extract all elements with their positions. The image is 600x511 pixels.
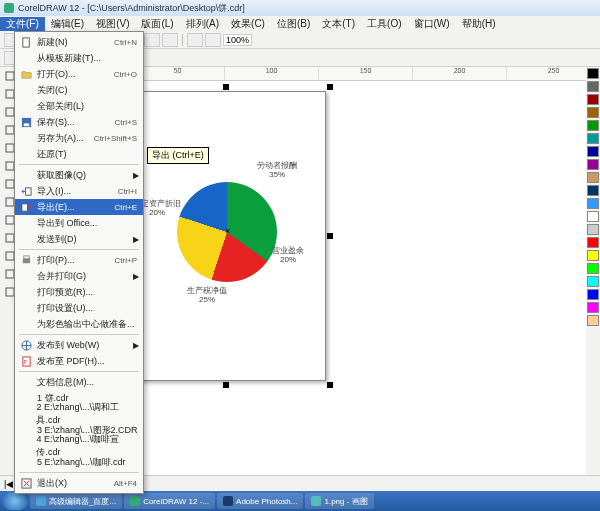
svg-rect-18	[22, 258, 29, 263]
selection-box[interactable]	[122, 87, 330, 385]
menu-item-label: 全部关闭(L)	[37, 100, 84, 113]
pdf-icon: P	[19, 355, 33, 367]
color-swatch[interactable]	[587, 198, 599, 209]
export-icon[interactable]	[205, 33, 221, 47]
menu-4[interactable]: 排列(A)	[180, 17, 225, 31]
color-swatch[interactable]	[587, 94, 599, 105]
color-swatch[interactable]	[587, 211, 599, 222]
color-swatch[interactable]	[587, 107, 599, 118]
app-icon	[4, 3, 14, 13]
color-swatch[interactable]	[587, 315, 599, 326]
menu-item[interactable]: 还原(T)	[15, 146, 143, 162]
tooltip: 导出 (Ctrl+E)	[147, 147, 209, 164]
paint-icon	[311, 496, 321, 506]
menu-item[interactable]: 发布到 Web(W)▶	[15, 337, 143, 353]
menu-item[interactable]: 4 E:\zhang\...\咖啡宣传.cdr	[15, 438, 143, 454]
exit-icon	[19, 477, 33, 489]
menu-item-label: 合并打印(G)	[37, 270, 86, 283]
menu-item[interactable]: 打印(P)...Ctrl+P	[15, 252, 143, 268]
menu-item[interactable]: 发送到(D)▶	[15, 231, 143, 247]
color-swatch[interactable]	[587, 146, 599, 157]
redo-icon[interactable]	[162, 33, 178, 47]
svg-rect-2	[6, 108, 14, 116]
menu-item-label: 关闭(C)	[37, 84, 68, 97]
color-swatch[interactable]	[587, 81, 599, 92]
menu-item[interactable]: 文档信息(M)...	[15, 374, 143, 390]
menu-item[interactable]: P发布至 PDF(H)...	[15, 353, 143, 369]
resize-handle[interactable]	[223, 84, 229, 90]
menu-0[interactable]: 文件(F)	[0, 17, 45, 31]
preview-icon	[19, 286, 33, 298]
taskbar-item[interactable]: 高级编辑器_百度...	[30, 493, 122, 509]
menu-item-label: 退出(X)	[37, 477, 67, 490]
menu-item-label: 打印(P)...	[37, 254, 75, 267]
menu-item[interactable]: 5 E:\zhang\...\咖啡.cdr	[15, 454, 143, 470]
zoom-combo[interactable]: 100%	[223, 34, 252, 46]
color-palette[interactable]	[586, 67, 600, 475]
menu-item[interactable]: 打印预览(R)...	[15, 284, 143, 300]
start-button[interactable]	[2, 492, 28, 510]
color-swatch[interactable]	[587, 159, 599, 170]
web-icon	[19, 339, 33, 351]
color-swatch[interactable]	[587, 289, 599, 300]
resize-handle[interactable]	[327, 233, 333, 239]
windows-taskbar[interactable]: 高级编辑器_百度... CorelDRAW 12 -... Adobe Phot…	[0, 491, 600, 511]
menu-item[interactable]: 导出到 Office...	[15, 215, 143, 231]
revert-icon	[19, 148, 33, 160]
svg-rect-17	[21, 203, 27, 210]
menu-2[interactable]: 视图(V)	[90, 17, 135, 31]
menu-9[interactable]: 窗口(W)	[408, 17, 456, 31]
color-swatch[interactable]	[587, 68, 599, 79]
color-swatch[interactable]	[587, 250, 599, 261]
menu-3[interactable]: 版面(L)	[135, 17, 179, 31]
submenu-arrow-icon: ▶	[133, 171, 139, 180]
color-swatch[interactable]	[587, 302, 599, 313]
blank-icon	[19, 440, 32, 452]
resize-handle[interactable]	[327, 382, 333, 388]
import-icon[interactable]	[187, 33, 203, 47]
menu-7[interactable]: 文本(T)	[316, 17, 361, 31]
menu-bar[interactable]: 文件(F)编辑(E)视图(V)版面(L)排列(A)效果(C)位图(B)文本(T)…	[0, 16, 600, 31]
color-swatch[interactable]	[587, 224, 599, 235]
resize-handle[interactable]	[223, 382, 229, 388]
menu-item[interactable]: 导入(I)...Ctrl+I	[15, 183, 143, 199]
color-swatch[interactable]	[587, 133, 599, 144]
color-swatch[interactable]	[587, 263, 599, 274]
menu-item[interactable]: 另存为(A)...Ctrl+Shift+S	[15, 130, 143, 146]
menu-item-label: 导出(E)...	[37, 201, 75, 214]
menu-6[interactable]: 位图(B)	[271, 17, 316, 31]
submenu-arrow-icon: ▶	[133, 235, 139, 244]
menu-item[interactable]: 打开(O)...Ctrl+O	[15, 66, 143, 82]
color-swatch[interactable]	[587, 237, 599, 248]
menu-item[interactable]: 新建(N)Ctrl+N	[15, 34, 143, 50]
color-swatch[interactable]	[587, 172, 599, 183]
menu-item[interactable]: 打印设置(U)...	[15, 300, 143, 316]
menu-item[interactable]: 合并打印(G)▶	[15, 268, 143, 284]
taskbar-item[interactable]: Adobe Photosh...	[217, 493, 303, 509]
menu-10[interactable]: 帮助(H)	[456, 17, 502, 31]
menu-item[interactable]: 全部关闭(L)	[15, 98, 143, 114]
file-menu-dropdown[interactable]: 新建(N)Ctrl+N从模板新建(T)...打开(O)...Ctrl+O关闭(C…	[14, 31, 144, 494]
color-swatch[interactable]	[587, 276, 599, 287]
menu-item[interactable]: 退出(X)Alt+F4	[15, 475, 143, 491]
svg-rect-7	[6, 198, 14, 206]
menu-5[interactable]: 效果(C)	[225, 17, 271, 31]
menu-1[interactable]: 编辑(E)	[45, 17, 90, 31]
undo-icon[interactable]	[144, 33, 160, 47]
photoshop-icon	[223, 496, 233, 506]
svg-rect-15	[23, 123, 29, 126]
color-swatch[interactable]	[587, 185, 599, 196]
menu-item-label: 文档信息(M)...	[37, 376, 94, 389]
menu-item[interactable]: 保存(S)...Ctrl+S	[15, 114, 143, 130]
menu-item[interactable]: 导出(E)...Ctrl+E	[15, 199, 143, 215]
menu-8[interactable]: 工具(O)	[361, 17, 407, 31]
taskbar-item[interactable]: CorelDRAW 12 -...	[124, 493, 215, 509]
menu-item[interactable]: 关闭(C)	[15, 82, 143, 98]
menu-item[interactable]: 获取图像(Q)▶	[15, 167, 143, 183]
resize-handle[interactable]	[327, 84, 333, 90]
taskbar-item[interactable]: 1.png - 画图	[305, 493, 373, 509]
menu-item[interactable]: 从模板新建(T)...	[15, 50, 143, 66]
menu-item[interactable]: 2 E:\zhang\...\调和工具.cdr	[15, 406, 143, 422]
color-swatch[interactable]	[587, 120, 599, 131]
menu-item[interactable]: 为彩色输出中心做准备...	[15, 316, 143, 332]
